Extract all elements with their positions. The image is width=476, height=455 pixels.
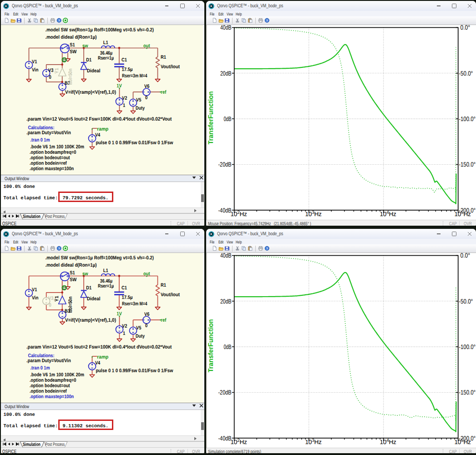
svg-text:ref: ref (161, 318, 166, 323)
svg-text:.option bodeout=out: .option bodeout=out (30, 155, 70, 161)
svg-text:Vin: Vin (32, 67, 39, 73)
svg-text:L1: L1 (103, 268, 108, 273)
svg-text:.bode V6 1m 100 100K 20m: .bode V6 1m 100 100K 20m (30, 144, 84, 150)
svg-text:20dB: 20dB (220, 70, 232, 77)
svg-text:pulse 0 1 0 0.99/Fsw 0.01/Fsw: pulse 0 1 0 0.99/Fsw 0.01/Fsw 0 1/Fsw (96, 368, 173, 374)
svg-text:0.0°: 0.0° (460, 253, 470, 259)
svg-text:D: D (62, 58, 66, 63)
svg-text:S1: S1 (70, 42, 75, 48)
svg-text:ttol=50n: ttol=50n (68, 296, 73, 313)
svg-text:.option bodeampfreq=0: .option bodeampfreq=0 (30, 378, 76, 383)
svg-text:-150.0°: -150.0° (459, 389, 476, 396)
svg-text:Vout/Iout: Vout/Iout (161, 64, 180, 70)
svg-text:Post Process: Post Process (45, 214, 65, 219)
svg-text:sw: sw (82, 43, 88, 49)
svg-text:V1: V1 (32, 287, 37, 293)
svg-text:Dideal: Dideal (87, 296, 101, 302)
svg-text:0: 0 (49, 75, 51, 80)
svg-text:C1: C1 (122, 285, 127, 291)
svg-text:.param Vin=12 Vout=5 Iout=2 Fs: .param Vin=12 Vout=5 Iout=2 Fsw=100K dI=… (26, 344, 172, 350)
svg-text:.model dideal d(Ron=1µ): .model dideal d(Ron=1µ) (45, 35, 96, 40)
svg-text:-50.0°: -50.0° (459, 70, 473, 77)
svg-text:V=if(V(ramp)<V(ref),1,0): V=if(V(ramp)<V(ref),1,0) (65, 90, 116, 95)
svg-text:ramp: ramp (97, 354, 108, 360)
svg-text:?: ? (266, 19, 268, 23)
svg-text:?: ? (266, 247, 268, 251)
svg-text:R1: R1 (161, 283, 166, 288)
svg-text:0: 0 (49, 303, 51, 308)
svg-text:ref: ref (161, 90, 166, 95)
svg-text:-100.0°: -100.0° (459, 116, 476, 122)
svg-text:out: out (143, 43, 150, 49)
svg-text:ramp: ramp (97, 126, 108, 132)
svg-text:.option bodeout=out: .option bodeout=out (30, 383, 70, 389)
svg-text:D1: D1 (86, 285, 91, 291)
svg-text:?: ? (58, 19, 60, 23)
svg-text:0dB: 0dB (223, 344, 231, 350)
svg-text:36.46µ: 36.46µ (100, 278, 112, 284)
svg-text:20dB: 20dB (220, 298, 232, 305)
svg-text:.bode V6 1m 100 100K 20m: .bode V6 1m 100 100K 20m (30, 372, 84, 378)
svg-text:V6: V6 (144, 312, 149, 317)
svg-text:D: D (62, 286, 66, 291)
svg-text:Ÿ1: Ÿ1 (54, 68, 59, 74)
svg-text:-40dB: -40dB (218, 435, 231, 442)
svg-text:0.0°: 0.0° (460, 25, 470, 31)
svg-text:V6: V6 (144, 84, 149, 89)
svg-text:Calculations:: Calculations: (28, 125, 54, 131)
svg-text:out: out (143, 271, 150, 277)
svg-text:-20dB: -20dB (218, 389, 231, 396)
svg-text:L1: L1 (103, 40, 108, 46)
svg-text:40dB: 40dB (220, 25, 232, 31)
svg-text:TransferFunction: TransferFunction (207, 319, 214, 373)
svg-text:Rser=1µ: Rser=1µ (98, 56, 114, 61)
svg-text:17.5µ: 17.5µ (122, 67, 132, 72)
svg-text:-40dB: -40dB (218, 207, 231, 214)
svg-text:.tran 0 1m: .tran 0 1m (30, 137, 50, 143)
svg-text:pulse 0 1 0 0.99/Fsw 0.01/Fsw: pulse 0 1 0 0.99/Fsw 0.01/Fsw 0 1/Fsw (96, 140, 173, 146)
svg-text:-20dB: -20dB (218, 161, 231, 168)
svg-text:Post Process: Post Process (45, 442, 65, 447)
svg-text:.tran 0 1m: .tran 0 1m (30, 365, 50, 371)
svg-text:Dideal: Dideal (87, 68, 101, 74)
svg-text:.model SW sw(Ron=1µ Roff=100Me: .model SW sw(Ron=1µ Roff=100Meg vt=0.5 v… (45, 27, 154, 33)
svg-text:D1: D1 (86, 57, 91, 63)
svg-text:Simulation: Simulation (23, 442, 41, 447)
svg-text:R1: R1 (161, 55, 166, 60)
svg-text:V3: V3 (48, 296, 53, 301)
svg-text:.option maxstep=100n: .option maxstep=100n (30, 166, 74, 172)
svg-text:Rser=3m M=4: Rser=3m M=4 (122, 301, 147, 307)
svg-text:1V: 1V (116, 311, 122, 317)
svg-text:sw: sw (82, 271, 88, 277)
svg-text:Calculations:: Calculations: (28, 353, 54, 359)
svg-text:V=if(V(ramp)<V(ref),1,0): V=if(V(ramp)<V(ref),1,0) (65, 318, 116, 323)
svg-text:-100.0°: -100.0° (459, 344, 476, 350)
svg-text:.model SW sw(Ron=1µ Roff=100Me: .model SW sw(Ron=1µ Roff=100Meg vt=0.5 v… (45, 255, 154, 261)
svg-text:.param Duty=Vout/Vin: .param Duty=Vout/Vin (26, 130, 71, 136)
svg-text:-50.0°: -50.0° (459, 298, 473, 305)
svg-text:Rser=3m M=4: Rser=3m M=4 (122, 73, 147, 79)
svg-text:1: 1 (123, 103, 125, 108)
svg-text:Vout/Iout: Vout/Iout (161, 292, 180, 298)
svg-text:40dB: 40dB (220, 253, 232, 259)
svg-text:.option maxstep=100n: .option maxstep=100n (30, 394, 74, 399)
svg-text:Simulation: Simulation (23, 214, 41, 219)
svg-text:S1: S1 (70, 270, 75, 276)
svg-text:36.46µ: 36.46µ (100, 51, 112, 56)
svg-text:.model dideal d(Ron=1µ): .model dideal d(Ron=1µ) (45, 263, 96, 268)
svg-text:0dB: 0dB (223, 116, 231, 122)
svg-text:SW: SW (70, 277, 77, 283)
svg-text:?: ? (58, 247, 60, 251)
svg-text:V1: V1 (32, 59, 37, 65)
svg-text:Duty: Duty (136, 334, 145, 339)
svg-text:V3: V3 (48, 68, 53, 73)
svg-text:1: 1 (123, 331, 125, 336)
svg-text:Rser=1µ: Rser=1µ (98, 283, 114, 289)
svg-text:V5: V5 (136, 97, 141, 103)
svg-text:.option bodeampfreq=0: .option bodeampfreq=0 (30, 150, 76, 155)
svg-text:17.5µ: 17.5µ (122, 295, 132, 300)
svg-text:.option bodein=ref: .option bodein=ref (30, 389, 67, 394)
svg-text:V4: V4 (95, 360, 100, 366)
svg-text:1V: 1V (116, 83, 122, 89)
svg-text:V2: V2 (122, 96, 127, 101)
